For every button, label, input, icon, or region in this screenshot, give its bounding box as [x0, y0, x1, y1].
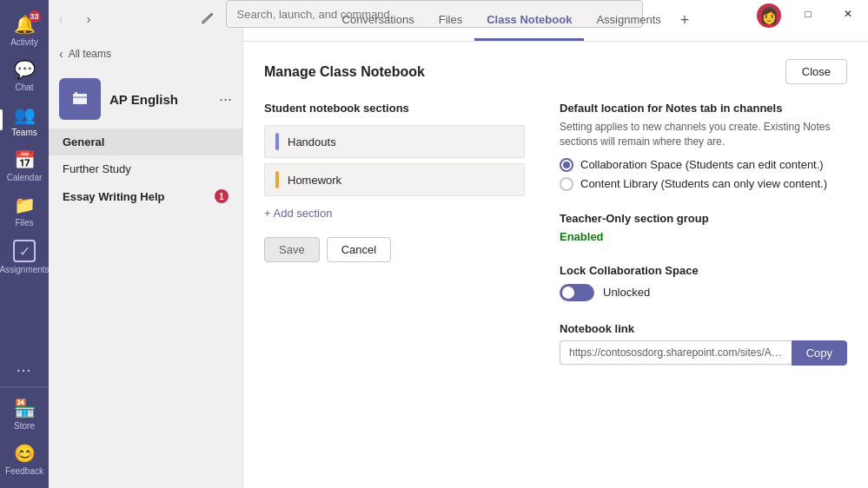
sidebar-item-assignments[interactable]: ✓ Assignments — [0, 233, 49, 280]
save-button[interactable]: Save — [264, 237, 320, 262]
cancel-button[interactable]: Cancel — [327, 237, 391, 262]
notebook-close-button[interactable]: Close — [785, 59, 847, 84]
channel-name: General — [63, 135, 104, 148]
notebook-link-input[interactable] — [560, 340, 792, 365]
radio-content-lib[interactable]: Content Library (Students can only view … — [560, 177, 847, 191]
default-location-block: Default location for Notes tab in channe… — [560, 102, 847, 191]
teacher-only-block: Teacher-Only section group Enabled — [560, 212, 847, 243]
notebook-link-row: Copy — [560, 340, 847, 366]
calendar-icon: 📅 — [14, 149, 36, 170]
radio-collab[interactable]: Collaboration Space (Students can edit c… — [560, 158, 847, 172]
sidebar-item-label: Teams — [11, 128, 36, 137]
sidebar-item-feedback[interactable]: 😊 Feedback — [0, 436, 49, 481]
sidebar-item-label: Feedback — [5, 466, 43, 476]
svg-rect-1 — [73, 94, 87, 104]
section-item-handouts: Handouts — [264, 125, 525, 158]
close-button[interactable]: ✕ — [828, 0, 868, 28]
assignments-icon: ✓ — [13, 240, 36, 262]
activity-badge: 33 — [29, 10, 41, 23]
copy-link-button[interactable]: Copy — [792, 340, 847, 366]
sidebar-item-chat[interactable]: 💬 Chat — [0, 52, 49, 97]
back-arrow-icon: ‹ — [59, 47, 63, 61]
tab-assignments[interactable]: Assignments — [584, 0, 673, 41]
toggle-row: Unlocked — [560, 284, 847, 301]
back-to-all-teams[interactable]: ‹ All teams — [49, 38, 242, 69]
feedback-icon: 😊 — [14, 443, 36, 464]
back-button: ‹ — [49, 7, 73, 31]
channel-name: Essay Writing Help — [63, 190, 165, 203]
content-area: Manage Class Notebook Close Student note… — [243, 42, 868, 488]
team-more-button[interactable]: ··· — [219, 90, 232, 109]
forward-button[interactable]: › — [76, 7, 101, 31]
sidebar-item-label: Activity — [10, 37, 38, 47]
right-column: Default location for Notes tab in channe… — [560, 102, 847, 386]
sidebar-item-calendar[interactable]: 📅 Calendar — [0, 142, 49, 188]
teams-icon: 👥 — [14, 104, 36, 125]
sidebar-item-label: Calendar — [7, 173, 43, 182]
radio-collab-label: Collaboration Space (Students can edit c… — [580, 158, 824, 171]
manage-header: Manage Class Notebook Close — [264, 59, 847, 84]
channel-item-general[interactable]: General — [49, 129, 242, 155]
lock-collab-title: Lock Collaboration Space — [560, 264, 847, 277]
sidebar-bottom: ··· 🏪 Store 😊 Feedback — [0, 357, 49, 488]
sidebar-item-label: Store — [14, 421, 35, 431]
add-section-label: + Add section — [264, 207, 332, 220]
tab-conversations[interactable]: Conversations — [330, 0, 427, 41]
profile-area: 👩 — [757, 3, 781, 28]
maximize-button[interactable]: □ — [788, 0, 828, 28]
lock-toggle[interactable] — [560, 284, 594, 301]
section-name: Homework — [288, 174, 341, 187]
section-name: Handouts — [288, 135, 336, 148]
sidebar-item-store[interactable]: 🏪 Store — [0, 391, 49, 436]
section-item-homework: Homework — [264, 163, 525, 196]
channel-item-further-study[interactable]: Further Study — [49, 155, 242, 182]
files-icon: 📁 — [14, 195, 36, 215]
notebook-link-block: Notebook link Copy — [560, 322, 847, 366]
activity-icon: 🔔 33 — [14, 14, 36, 35]
section-color-bar — [275, 133, 279, 150]
sidebar-item-label: Files — [15, 218, 33, 228]
teacher-only-status: Enabled — [560, 230, 847, 243]
tab-class-notebook[interactable]: Class Notebook — [474, 0, 584, 41]
default-location-desc: Setting applies to new channels you crea… — [560, 120, 847, 149]
sidebar-item-teams[interactable]: 👥 Teams — [0, 97, 49, 142]
avatar[interactable]: 👩 — [757, 3, 781, 28]
sidebar-item-label: Chat — [15, 82, 33, 92]
lock-collab-block: Lock Collaboration Space Unlocked — [560, 264, 847, 301]
chat-icon: 💬 — [14, 59, 36, 80]
teams-panel: ‹ All teams AP English ··· General — [49, 0, 243, 488]
default-location-title: Default location for Notes tab in channe… — [560, 102, 847, 115]
add-section-button[interactable]: + Add section — [264, 203, 525, 223]
sidebar-item-label: Assignments — [0, 265, 50, 274]
team-card: AP English ··· — [49, 69, 242, 129]
two-col-layout: Student notebook sections Handouts Homew… — [264, 102, 847, 386]
channel-item-essay-writing[interactable]: Essay Writing Help 1 — [49, 182, 242, 210]
sidebar-item-more[interactable]: ··· — [0, 357, 49, 383]
all-teams-label: All teams — [69, 48, 111, 60]
channel-list: General Further Study Essay Writing Help… — [49, 129, 242, 210]
channel-badge: 1 — [215, 189, 229, 203]
notebook-link-title: Notebook link — [560, 322, 847, 335]
tab-add-button[interactable]: + — [673, 11, 697, 30]
action-buttons: Save Cancel — [264, 237, 525, 262]
sidebar: 🔔 33 Activity 💬 Chat 👥 Teams 📅 Calendar … — [0, 0, 49, 488]
left-column: Student notebook sections Handouts Homew… — [264, 102, 525, 386]
channel-item-row: Essay Writing Help 1 — [63, 189, 229, 203]
sidebar-item-files[interactable]: 📁 Files — [0, 188, 49, 233]
teacher-only-title: Teacher-Only section group — [560, 212, 847, 225]
main-content: General Conversations Files Class Notebo… — [243, 0, 868, 488]
team-avatar — [59, 78, 101, 120]
toggle-knob — [562, 287, 574, 299]
edit-compose-icon[interactable] — [195, 7, 219, 31]
lock-collab-status: Unlocked — [603, 286, 650, 299]
sidebar-item-activity[interactable]: 🔔 33 Activity — [0, 7, 49, 52]
sections-heading: Student notebook sections — [264, 102, 525, 115]
tab-files[interactable]: Files — [427, 0, 474, 41]
team-name: AP English — [109, 92, 178, 107]
store-icon: 🏪 — [14, 398, 36, 419]
section-color-bar — [275, 171, 279, 188]
manage-title: Manage Class Notebook — [264, 64, 425, 80]
radio-content-lib-circle — [560, 177, 573, 191]
radio-content-lib-label: Content Library (Students can only view … — [580, 177, 827, 190]
radio-collab-circle — [560, 158, 573, 172]
